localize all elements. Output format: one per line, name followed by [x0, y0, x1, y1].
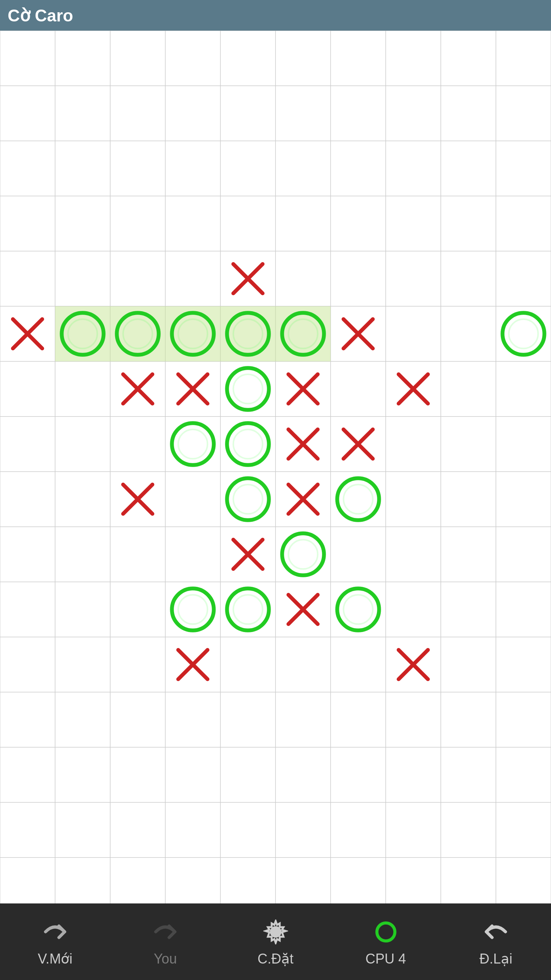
new-game-label: V.Mới	[38, 951, 73, 967]
game-canvas[interactable]	[0, 31, 551, 903]
app-title: Cờ Caro	[8, 6, 73, 25]
arrow-back-icon	[481, 916, 511, 947]
gear-icon	[260, 916, 291, 947]
settings-label: C.Đặt	[258, 951, 293, 967]
toolbar-settings[interactable]: C.Đặt	[237, 916, 314, 967]
arrow-forward-icon	[40, 916, 70, 947]
cpu-label: CPU 4	[365, 951, 406, 967]
toolbar-cpu[interactable]: CPU 4	[347, 916, 424, 967]
toolbar: V.Mới You C.Đặt CPU 4	[0, 903, 551, 980]
title-bar: Cờ Caro	[0, 0, 551, 31]
toolbar-undo[interactable]: Đ.Lại	[458, 916, 534, 967]
you-icon	[150, 916, 181, 947]
board-container[interactable]	[0, 31, 551, 903]
toolbar-new-game[interactable]: V.Mới	[17, 916, 93, 967]
you-label: You	[154, 951, 177, 967]
toolbar-you: You	[127, 916, 204, 967]
cpu-circle-icon	[370, 916, 401, 947]
undo-label: Đ.Lại	[479, 951, 512, 967]
